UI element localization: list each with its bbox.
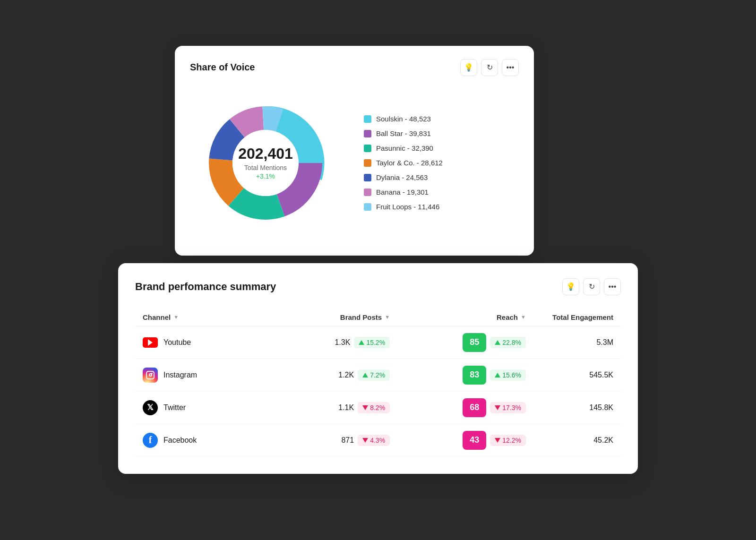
legend-item: Pasunnic - 32,390 — [364, 144, 443, 152]
table-row: 𝕏 Twitter 1.1K 8.2% 68 17.3% 145.8K — [135, 391, 621, 424]
down-arrow-icon — [495, 405, 500, 410]
reach-trend-badge: 15.6% — [490, 369, 526, 381]
posts-value: 1.1K — [338, 403, 354, 412]
posts-cell: 1.1K 8.2% — [271, 391, 397, 424]
posts-value: 1.2K — [338, 371, 354, 379]
legend-item: Taylor & Co. - 28,612 — [364, 159, 443, 167]
th-channel[interactable]: Channel ▼ — [135, 309, 271, 326]
channel-cell: Instagram — [135, 359, 271, 391]
sov-more-button[interactable]: ••• — [502, 59, 519, 76]
legend-item: Soulskin - 48,523 — [364, 115, 443, 123]
channel-cell: Youtube — [135, 326, 271, 359]
legend-dot — [364, 203, 371, 211]
legend-item: Dylania - 24,563 — [364, 173, 443, 181]
legend-item: Ball Star - 39,831 — [364, 129, 443, 137]
reach-sort-icon: ▼ — [521, 314, 526, 320]
legend-item: Fruit Loops - 11,446 — [364, 203, 443, 211]
sov-refresh-button[interactable]: ↻ — [481, 59, 498, 76]
perf-more-button[interactable]: ••• — [604, 278, 621, 295]
youtube-icon — [143, 335, 158, 350]
engagement-cell: 5.3M — [533, 326, 621, 359]
legend-label: Taylor & Co. - 28,612 — [376, 159, 443, 167]
legend-dot — [364, 189, 371, 196]
legend-dot — [364, 174, 371, 181]
posts-trend-badge: 15.2% — [354, 337, 390, 348]
channel-cell: 𝕏 Twitter — [135, 391, 271, 424]
channel-sort-icon: ▼ — [173, 314, 179, 320]
posts-trend-badge: 7.2% — [358, 369, 390, 381]
reach-cell: 43 12.2% — [397, 424, 533, 456]
posts-trend-badge: 4.3% — [358, 435, 390, 446]
legend-label: Pasunnic - 32,390 — [376, 144, 433, 152]
legend-dot — [364, 130, 371, 137]
legend-label: Banana - 19,301 — [376, 188, 429, 196]
sov-legend: Soulskin - 48,523 Ball Star - 39,831 Pas… — [364, 115, 443, 211]
engagement-cell: 145.8K — [533, 391, 621, 424]
down-arrow-icon — [495, 438, 500, 443]
perf-card: Brand perfomance summary 💡 ↻ ••• Channel… — [118, 263, 638, 474]
legend-item: Banana - 19,301 — [364, 188, 443, 196]
reach-cell: 85 22.8% — [397, 326, 533, 359]
perf-title: Brand perfomance summary — [135, 281, 276, 293]
engagement-cell: 45.2K — [533, 424, 621, 456]
legend-label: Dylania - 24,563 — [376, 173, 428, 181]
reach-score: 83 — [463, 366, 486, 385]
reach-trend-badge: 22.8% — [490, 337, 526, 348]
up-arrow-icon — [495, 340, 500, 345]
up-arrow-icon — [362, 373, 368, 377]
posts-trend-badge: 8.2% — [358, 402, 390, 413]
reach-cell: 68 17.3% — [397, 391, 533, 424]
reach-score: 43 — [463, 431, 486, 450]
sov-content: 202,401 Total Mentions +3.1% Soulskin - … — [190, 87, 519, 239]
perf-refresh-button[interactable]: ↻ — [583, 278, 600, 295]
instagram-icon — [143, 368, 158, 383]
channel-name: Instagram — [163, 371, 197, 379]
legend-dot — [364, 159, 371, 167]
sov-actions: 💡 ↻ ••• — [460, 59, 519, 76]
posts-value: 1.3K — [335, 338, 350, 347]
up-arrow-icon — [495, 373, 500, 377]
th-engagement: Total Engagement — [533, 309, 621, 326]
perf-table: Channel ▼ Brand Posts ▼ Reach ▼ — [135, 309, 621, 457]
channel-cell: f Facebook — [135, 424, 271, 456]
donut-total: 202,401 — [238, 146, 293, 162]
posts-value: 871 — [341, 436, 354, 445]
engagement-cell: 545.5K — [533, 359, 621, 391]
table-header-row: Channel ▼ Brand Posts ▼ Reach ▼ — [135, 309, 621, 326]
th-reach[interactable]: Reach ▼ — [397, 309, 533, 326]
donut-center: 202,401 Total Mentions +3.1% — [238, 146, 293, 180]
reach-cell: 83 15.6% — [397, 359, 533, 391]
channel-name: Youtube — [163, 338, 191, 347]
donut-chart: 202,401 Total Mentions +3.1% — [190, 87, 341, 239]
posts-sort-icon: ▼ — [385, 314, 390, 320]
down-arrow-icon — [362, 438, 368, 443]
table-row: f Facebook 871 4.3% 43 12.2% 45.2K — [135, 424, 621, 456]
sov-card: Share of Voice 💡 ↻ ••• — [175, 46, 534, 256]
reach-score: 68 — [463, 398, 486, 417]
reach-trend-badge: 12.2% — [490, 435, 526, 446]
down-arrow-icon — [362, 405, 368, 410]
channel-name: Facebook — [163, 436, 197, 445]
perf-bulb-button[interactable]: 💡 — [562, 278, 579, 295]
donut-change: +3.1% — [238, 172, 293, 180]
twitter-icon: 𝕏 — [143, 400, 158, 415]
legend-label: Ball Star - 39,831 — [376, 129, 431, 137]
up-arrow-icon — [359, 340, 364, 345]
channel-name: Twitter — [163, 403, 186, 412]
perf-actions: 💡 ↻ ••• — [562, 278, 621, 295]
legend-dot — [364, 115, 371, 123]
posts-cell: 1.2K 7.2% — [271, 359, 397, 391]
posts-cell: 1.3K 15.2% — [271, 326, 397, 359]
donut-label: Total Mentions — [238, 164, 293, 171]
legend-dot — [364, 145, 371, 152]
sov-title: Share of Voice — [190, 62, 255, 73]
sov-bulb-button[interactable]: 💡 — [460, 59, 477, 76]
legend-label: Soulskin - 48,523 — [376, 115, 431, 123]
reach-trend-badge: 17.3% — [490, 402, 526, 413]
reach-score: 85 — [463, 333, 486, 352]
facebook-icon: f — [143, 433, 158, 448]
legend-label: Fruit Loops - 11,446 — [376, 203, 439, 211]
perf-header: Brand perfomance summary 💡 ↻ ••• — [135, 278, 621, 295]
posts-cell: 871 4.3% — [271, 424, 397, 456]
th-posts[interactable]: Brand Posts ▼ — [271, 309, 397, 326]
